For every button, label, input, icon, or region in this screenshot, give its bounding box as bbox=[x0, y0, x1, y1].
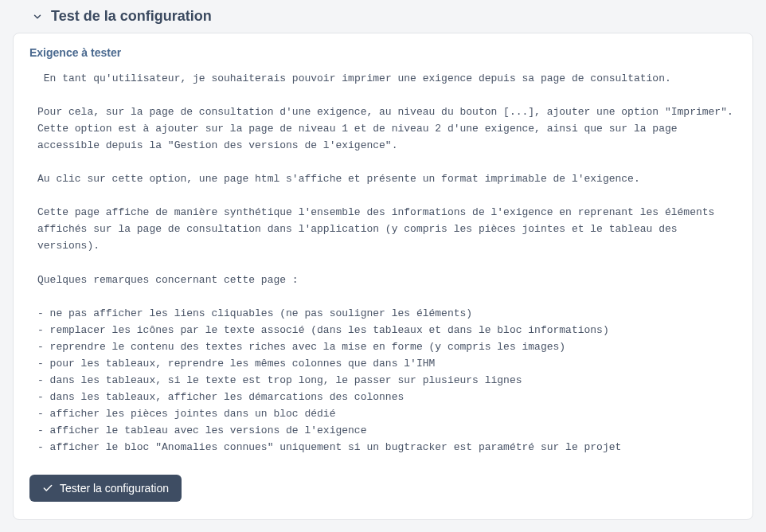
section-title: Test de la configuration bbox=[51, 8, 212, 25]
panel-subtitle: Exigence à tester bbox=[29, 46, 737, 59]
test-configuration-button[interactable]: Tester la configuration bbox=[29, 475, 182, 502]
section-header[interactable]: Test de la configuration bbox=[0, 0, 766, 33]
requirement-text: En tant qu'utilisateur, je souhaiterais … bbox=[37, 70, 733, 456]
chevron-down-icon bbox=[32, 11, 43, 22]
test-configuration-label: Tester la configuration bbox=[60, 482, 169, 495]
test-config-panel: Exigence à tester En tant qu'utilisateur… bbox=[13, 33, 753, 520]
check-icon bbox=[42, 483, 53, 494]
